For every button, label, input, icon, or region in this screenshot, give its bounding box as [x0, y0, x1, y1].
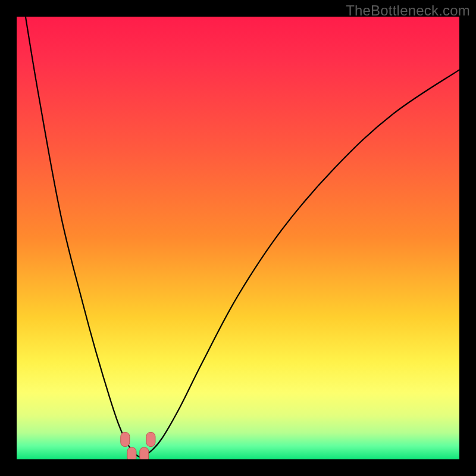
plot-area: [17, 17, 459, 459]
curve-layer: [17, 17, 459, 459]
marker-group: [121, 433, 155, 460]
curve-marker-1: [127, 447, 136, 459]
curve-marker-2: [140, 447, 149, 459]
curve-marker-3: [146, 433, 155, 447]
curve-marker-0: [121, 433, 130, 447]
chart-frame: TheBottleneck.com: [0, 0, 476, 476]
bottleneck-curve: [26, 17, 459, 457]
